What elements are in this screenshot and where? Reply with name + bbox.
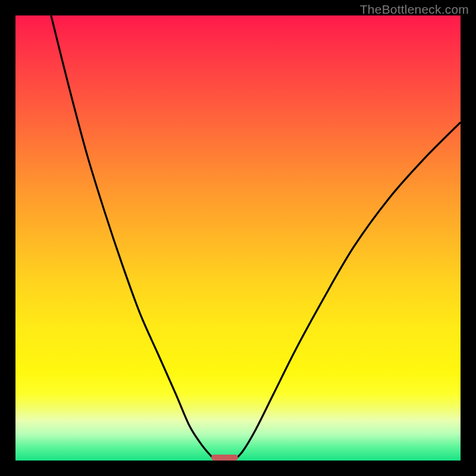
chart-frame: TheBottleneck.com [0, 0, 476, 476]
bottleneck-curve [15, 15, 461, 461]
curve-left-branch [51, 15, 216, 461]
watermark-text: TheBottleneck.com [360, 2, 469, 17]
baseline-marker [211, 455, 238, 461]
curve-right-branch [234, 123, 461, 461]
plot-area [15, 15, 461, 461]
